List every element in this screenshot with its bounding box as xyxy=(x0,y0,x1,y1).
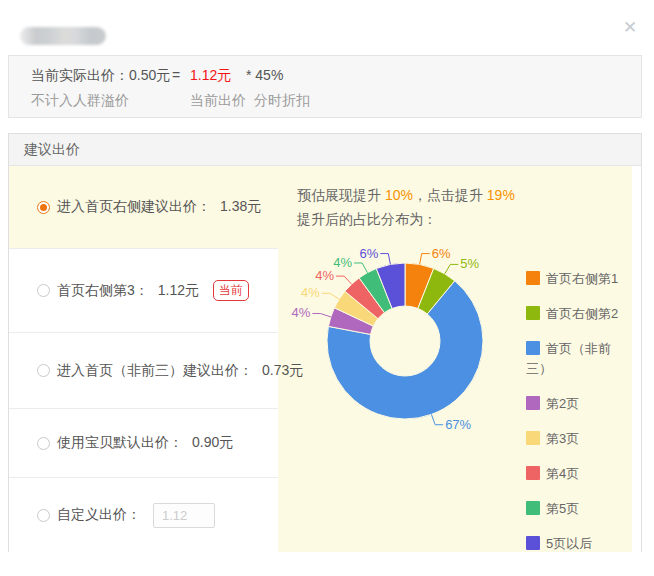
legend-label: 5页以后 xyxy=(546,536,592,551)
slice-percentage-label: 67% xyxy=(445,417,471,432)
bid-option-3[interactable]: 进入首页（非前三）建议出价：0.73元 xyxy=(9,332,278,408)
legend-label: 第3页 xyxy=(546,431,579,446)
estimate-line1-mid: ，点击提升 xyxy=(413,187,487,203)
slice-percentage-label: 4% xyxy=(333,255,352,270)
legend-label: 第2页 xyxy=(546,396,579,411)
note-time-discount: 分时折扣 xyxy=(254,92,310,110)
legend-item-第5页[interactable]: 第5页 xyxy=(526,499,630,519)
chart-legend: 首页右侧第1首页右侧第2首页（非前三）第2页第3页第4页第5页5页以后 xyxy=(526,269,630,552)
legend-item-首页右侧第2[interactable]: 首页右侧第2 xyxy=(526,304,630,324)
slice-percentage-label: 6% xyxy=(360,246,379,261)
option-label: 进入首页（非前三）建议出价： xyxy=(57,362,253,380)
legend-item-5页以后[interactable]: 5页以后 xyxy=(526,534,630,552)
base-price-value: 1.12元 xyxy=(190,67,231,85)
label-line xyxy=(312,313,330,316)
label-line xyxy=(336,276,352,284)
slice-percentage-label: 6% xyxy=(432,246,451,261)
legend-item-首页（非前三）[interactable]: 首页（非前三） xyxy=(526,339,630,379)
legend-swatch xyxy=(526,271,540,285)
current-badge: 当前 xyxy=(213,280,249,300)
legend-swatch xyxy=(526,501,540,515)
label-line xyxy=(322,293,339,299)
equals-sign: = xyxy=(172,67,180,83)
legend-swatch xyxy=(526,431,540,445)
legend-swatch xyxy=(526,466,540,480)
radio-unselected[interactable] xyxy=(37,437,50,450)
bid-suggestion-dialog: ✕ 当前实际出价：0.50元 = 1.12元 * 45% 不计入人群溢价 当前出… xyxy=(0,0,654,576)
radio-dot xyxy=(40,204,47,211)
option-value: 0.90元 xyxy=(192,434,233,452)
share-distribution-donut-chart: 6%5%67%4%4%4%4%6% xyxy=(269,234,509,446)
slice-percentage-label: 4% xyxy=(301,285,320,300)
label-line xyxy=(431,414,443,424)
slice-percentage-label: 5% xyxy=(460,256,479,271)
slice-percentage-label: 4% xyxy=(315,268,334,283)
radio-unselected[interactable] xyxy=(37,284,50,297)
bid-option-2[interactable]: 首页右侧第3：1.12元当前 xyxy=(9,248,278,332)
current-actual-price: 当前实际出价：0.50元 xyxy=(31,67,170,85)
radio-unselected[interactable] xyxy=(37,509,50,522)
impression-lift-value: 10% xyxy=(385,187,413,203)
current-price-info-bar: 当前实际出价：0.50元 = 1.12元 * 45% 不计入人群溢价 当前出价 … xyxy=(8,55,642,118)
legend-swatch xyxy=(526,341,540,355)
custom-bid-input[interactable] xyxy=(153,503,215,528)
legend-item-第3页[interactable]: 第3页 xyxy=(526,429,630,449)
bid-options-list: 进入首页右侧建议出价：1.38元首页右侧第3：1.12元当前进入首页（非前三）建… xyxy=(9,166,278,552)
bid-option-1[interactable]: 进入首页右侧建议出价：1.38元 xyxy=(9,166,278,248)
slice-percentage-label: 4% xyxy=(292,305,311,320)
legend-swatch xyxy=(526,306,540,320)
legend-label: 首页右侧第2 xyxy=(546,306,618,321)
radio-selected[interactable] xyxy=(37,201,50,214)
estimate-line2: 提升后的占比分布为： xyxy=(297,207,515,231)
legend-label: 首页右侧第1 xyxy=(546,271,618,286)
bid-option-4[interactable]: 使用宝贝默认出价：0.90元 xyxy=(9,408,278,477)
legend-swatch xyxy=(526,536,540,550)
legend-label: 第4页 xyxy=(546,466,579,481)
panel-title: 建议出价 xyxy=(9,134,641,166)
option-label: 首页右侧第3： xyxy=(57,282,149,300)
discount-multiplier: * 45% xyxy=(246,67,283,83)
suggested-bid-panel: 建议出价 进入首页右侧建议出价：1.38元首页右侧第3：1.12元当前进入首页（… xyxy=(8,133,642,552)
legend-item-第2页[interactable]: 第2页 xyxy=(526,394,630,414)
option-value: 1.38元 xyxy=(220,198,261,216)
radio-unselected[interactable] xyxy=(37,364,50,377)
option-label: 使用宝贝默认出价： xyxy=(57,434,183,452)
option-label: 进入首页右侧建议出价： xyxy=(57,198,211,216)
close-icon[interactable]: ✕ xyxy=(618,16,642,40)
panel-body: 进入首页右侧建议出价：1.38元首页右侧第3：1.12元当前进入首页（非前三）建… xyxy=(9,166,641,552)
note-current-bid: 当前出价 xyxy=(190,92,246,110)
option-value: 1.12元 xyxy=(158,282,199,300)
legend-label: 第5页 xyxy=(546,501,579,516)
scroll-gutter xyxy=(632,166,641,552)
legend-swatch xyxy=(526,396,540,410)
click-lift-value: 19% xyxy=(487,187,515,203)
label-line xyxy=(380,254,390,265)
dialog-title-redacted xyxy=(20,27,106,45)
option-label: 自定义出价： xyxy=(57,506,141,524)
estimate-text: 预估展现提升 10%，点击提升 19% 提升后的占比分布为： xyxy=(297,183,515,231)
label-line xyxy=(445,264,459,273)
note-no-crowd-premium: 不计入人群溢价 xyxy=(31,92,129,110)
estimate-line1: 预估展现提升 10%，点击提升 19% xyxy=(297,183,515,207)
legend-item-第4页[interactable]: 第4页 xyxy=(526,464,630,484)
label-line xyxy=(354,263,367,273)
estimate-line1-prefix: 预估展现提升 xyxy=(297,187,385,203)
bid-option-5[interactable]: 自定义出价： xyxy=(9,477,278,552)
label-line xyxy=(420,254,430,265)
legend-item-首页右侧第1[interactable]: 首页右侧第1 xyxy=(526,269,630,289)
